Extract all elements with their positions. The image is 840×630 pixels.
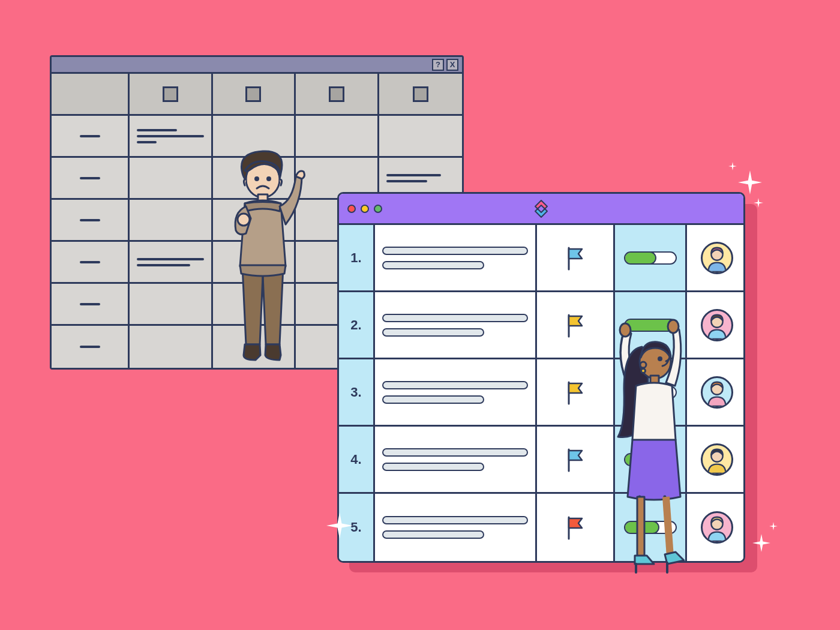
assignee-cell[interactable] xyxy=(687,292,745,359)
task-grid: 1. 2. 3. xyxy=(339,225,743,561)
avatar-icon xyxy=(701,309,733,341)
task-cell[interactable] xyxy=(375,292,537,359)
sparkle-icon xyxy=(769,522,778,530)
checkbox-icon[interactable] xyxy=(329,86,344,102)
checkbox-icon[interactable] xyxy=(245,86,261,102)
row-number: 3. xyxy=(339,359,375,427)
checkbox-icon[interactable] xyxy=(163,86,178,102)
flag-icon xyxy=(565,245,586,271)
task-cell[interactable] xyxy=(375,427,537,494)
progress-bar xyxy=(624,386,677,399)
maximize-icon[interactable] xyxy=(374,205,382,213)
row-number: 2. xyxy=(339,292,375,359)
progress-bar xyxy=(624,521,677,534)
task-cell[interactable] xyxy=(375,359,537,427)
progress-cell[interactable] xyxy=(615,427,687,494)
assignee-cell[interactable] xyxy=(687,427,745,494)
traffic-lights xyxy=(347,205,382,213)
avatar-icon xyxy=(701,376,733,409)
close-icon[interactable] xyxy=(347,205,356,213)
sparkle-icon xyxy=(738,170,762,194)
assignee-cell[interactable] xyxy=(687,359,745,427)
close-icon[interactable]: X xyxy=(446,59,458,71)
new-titlebar xyxy=(339,194,743,225)
task-cell[interactable] xyxy=(375,225,537,292)
task-cell[interactable] xyxy=(375,494,537,561)
progress-bar xyxy=(624,453,677,466)
avatar-icon xyxy=(701,443,733,476)
avatar-icon xyxy=(701,242,733,274)
clickup-logo-icon xyxy=(530,198,552,220)
row-number: 4. xyxy=(339,427,375,494)
avatar-icon xyxy=(701,511,733,544)
flag-icon xyxy=(565,447,586,472)
assignee-cell[interactable] xyxy=(687,225,745,292)
priority-cell[interactable] xyxy=(537,225,615,292)
progress-cell[interactable] xyxy=(615,359,687,427)
help-icon[interactable]: ? xyxy=(432,59,444,71)
checkbox-icon[interactable] xyxy=(413,86,428,102)
assignee-cell[interactable] xyxy=(687,494,745,561)
progress-bar xyxy=(624,251,677,265)
progress-bar xyxy=(624,319,677,332)
priority-cell[interactable] xyxy=(537,359,615,427)
priority-cell[interactable] xyxy=(537,494,615,561)
old-titlebar: ? X xyxy=(52,57,462,74)
flag-icon xyxy=(565,515,586,540)
progress-cell[interactable] xyxy=(615,292,687,359)
row-number: 1. xyxy=(339,225,375,292)
sparkle-icon xyxy=(728,162,737,170)
flag-icon xyxy=(565,313,586,338)
priority-cell[interactable] xyxy=(537,292,615,359)
progress-cell[interactable] xyxy=(615,494,687,561)
minimize-icon[interactable] xyxy=(361,205,369,213)
row-number: 5. xyxy=(339,494,375,561)
priority-cell[interactable] xyxy=(537,427,615,494)
new-task-window: 1. 2. 3. xyxy=(337,192,745,563)
flag-icon xyxy=(565,380,586,405)
progress-cell[interactable] xyxy=(615,225,687,292)
